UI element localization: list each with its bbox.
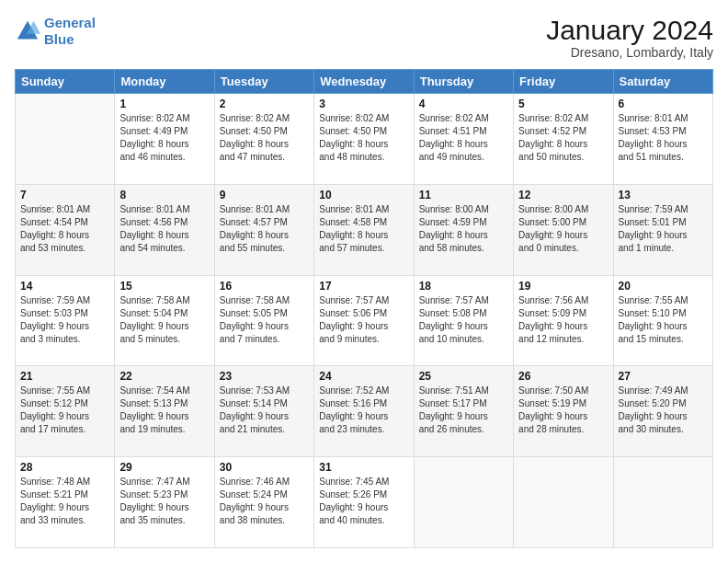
logo-general: General: [44, 15, 96, 30]
calendar-cell: 20Sunrise: 7:55 AMSunset: 5:10 PMDayligh…: [613, 275, 712, 366]
calendar-cell: [16, 94, 115, 185]
calendar-cell: 27Sunrise: 7:49 AMSunset: 5:20 PMDayligh…: [613, 366, 712, 457]
day-number: 26: [518, 370, 608, 383]
day-number: 18: [419, 280, 508, 293]
day-info: Sunrise: 7:53 AMSunset: 5:14 PMDaylight:…: [220, 385, 309, 436]
calendar-cell: 24Sunrise: 7:52 AMSunset: 5:16 PMDayligh…: [314, 366, 414, 457]
calendar-cell: 9Sunrise: 8:01 AMSunset: 4:57 PMDaylight…: [214, 184, 313, 275]
day-number: 21: [20, 370, 109, 383]
day-info: Sunrise: 7:50 AMSunset: 5:19 PMDaylight:…: [518, 385, 608, 436]
day-info: Sunrise: 7:56 AMSunset: 5:09 PMDaylight:…: [518, 294, 608, 346]
day-info: Sunrise: 7:51 AMSunset: 5:17 PMDaylight:…: [419, 385, 508, 436]
day-number: 17: [319, 280, 408, 293]
calendar-cell: 5Sunrise: 8:02 AMSunset: 4:52 PMDaylight…: [514, 94, 613, 185]
day-number: 5: [518, 98, 608, 110]
title-block: January 2024 Dresano, Lombardy, Italy: [546, 15, 713, 60]
day-info: Sunrise: 8:00 AMSunset: 4:59 PMDaylight:…: [419, 203, 508, 255]
day-info: Sunrise: 7:59 AMSunset: 5:03 PMDaylight:…: [20, 294, 109, 346]
logo-icon: [15, 18, 40, 44]
calendar-cell: 28Sunrise: 7:48 AMSunset: 5:21 PMDayligh…: [16, 457, 115, 548]
day-number: 23: [220, 370, 309, 383]
day-number: 9: [220, 189, 309, 201]
day-number: 15: [119, 280, 209, 293]
week-row-4: 21Sunrise: 7:55 AMSunset: 5:12 PMDayligh…: [16, 366, 713, 457]
calendar-cell: 29Sunrise: 7:47 AMSunset: 5:23 PMDayligh…: [115, 457, 214, 548]
calendar-cell: 7Sunrise: 8:01 AMSunset: 4:54 PMDaylight…: [16, 184, 115, 275]
day-info: Sunrise: 7:55 AMSunset: 5:12 PMDaylight:…: [20, 385, 109, 436]
day-number: 31: [319, 461, 408, 474]
calendar-cell: 11Sunrise: 8:00 AMSunset: 4:59 PMDayligh…: [414, 184, 513, 275]
day-number: 10: [319, 189, 408, 201]
day-info: Sunrise: 8:01 AMSunset: 4:54 PMDaylight:…: [20, 203, 109, 255]
day-info: Sunrise: 8:01 AMSunset: 4:57 PMDaylight:…: [220, 203, 309, 255]
day-info: Sunrise: 7:57 AMSunset: 5:06 PMDaylight:…: [319, 294, 408, 346]
day-info: Sunrise: 7:47 AMSunset: 5:23 PMDaylight:…: [119, 476, 209, 527]
calendar-cell: 6Sunrise: 8:01 AMSunset: 4:53 PMDaylight…: [613, 94, 712, 185]
logo-blue: Blue: [44, 31, 74, 47]
day-number: 6: [619, 98, 708, 110]
calendar-cell: 14Sunrise: 7:59 AMSunset: 5:03 PMDayligh…: [16, 275, 115, 366]
day-header-wednesday: Wednesday: [314, 70, 414, 94]
calendar-cell: 1Sunrise: 8:02 AMSunset: 4:49 PMDaylight…: [115, 94, 214, 185]
calendar-cell: 10Sunrise: 8:01 AMSunset: 4:58 PMDayligh…: [314, 184, 414, 275]
calendar-cell: 8Sunrise: 8:01 AMSunset: 4:56 PMDaylight…: [115, 184, 214, 275]
day-number: 19: [518, 280, 608, 293]
day-info: Sunrise: 7:45 AMSunset: 5:26 PMDaylight:…: [319, 476, 408, 527]
day-number: 20: [619, 280, 708, 293]
calendar-cell: 17Sunrise: 7:57 AMSunset: 5:06 PMDayligh…: [314, 275, 414, 366]
week-row-3: 14Sunrise: 7:59 AMSunset: 5:03 PMDayligh…: [16, 275, 713, 366]
day-info: Sunrise: 8:02 AMSunset: 4:51 PMDaylight:…: [419, 112, 508, 164]
logo: General Blue: [15, 15, 96, 48]
day-number: 14: [20, 280, 109, 293]
day-number: 13: [619, 189, 708, 201]
day-number: 7: [20, 189, 109, 201]
day-header-thursday: Thursday: [414, 70, 513, 94]
logo-text: General Blue: [44, 15, 96, 48]
day-header-saturday: Saturday: [613, 70, 712, 94]
calendar-cell: [514, 457, 613, 548]
calendar-header-row: SundayMondayTuesdayWednesdayThursdayFrid…: [16, 70, 713, 94]
day-header-monday: Monday: [115, 70, 214, 94]
day-number: 25: [419, 370, 508, 383]
calendar-cell: 18Sunrise: 7:57 AMSunset: 5:08 PMDayligh…: [414, 275, 513, 366]
day-info: Sunrise: 7:52 AMSunset: 5:16 PMDaylight:…: [319, 385, 408, 436]
calendar-cell: 25Sunrise: 7:51 AMSunset: 5:17 PMDayligh…: [414, 366, 513, 457]
day-number: 22: [119, 370, 209, 383]
day-info: Sunrise: 7:48 AMSunset: 5:21 PMDaylight:…: [20, 476, 109, 527]
day-number: 1: [119, 98, 209, 110]
day-info: Sunrise: 7:58 AMSunset: 5:05 PMDaylight:…: [220, 294, 309, 346]
day-number: 24: [319, 370, 408, 383]
calendar-cell: [414, 457, 513, 548]
day-number: 16: [220, 280, 309, 293]
calendar-cell: 4Sunrise: 8:02 AMSunset: 4:51 PMDaylight…: [414, 94, 513, 185]
week-row-1: 1Sunrise: 8:02 AMSunset: 4:49 PMDaylight…: [16, 94, 713, 185]
day-number: 8: [119, 189, 209, 201]
day-header-sunday: Sunday: [16, 70, 115, 94]
day-number: 28: [20, 461, 109, 474]
day-info: Sunrise: 8:02 AMSunset: 4:52 PMDaylight:…: [518, 112, 608, 164]
day-info: Sunrise: 8:00 AMSunset: 5:00 PMDaylight:…: [518, 203, 608, 255]
main-title: January 2024: [546, 15, 713, 45]
day-info: Sunrise: 8:02 AMSunset: 4:49 PMDaylight:…: [119, 112, 209, 164]
day-info: Sunrise: 8:02 AMSunset: 4:50 PMDaylight:…: [220, 112, 309, 164]
day-info: Sunrise: 7:59 AMSunset: 5:01 PMDaylight:…: [619, 203, 708, 255]
calendar-cell: [613, 457, 712, 548]
day-number: 29: [119, 461, 209, 474]
calendar-cell: 16Sunrise: 7:58 AMSunset: 5:05 PMDayligh…: [214, 275, 313, 366]
week-row-5: 28Sunrise: 7:48 AMSunset: 5:21 PMDayligh…: [16, 457, 713, 548]
day-info: Sunrise: 8:01 AMSunset: 4:53 PMDaylight:…: [619, 112, 708, 164]
calendar-cell: 13Sunrise: 7:59 AMSunset: 5:01 PMDayligh…: [613, 184, 712, 275]
day-number: 27: [619, 370, 708, 383]
header: General Blue January 2024 Dresano, Lomba…: [15, 15, 713, 60]
day-info: Sunrise: 7:55 AMSunset: 5:10 PMDaylight:…: [619, 294, 708, 346]
calendar-cell: 26Sunrise: 7:50 AMSunset: 5:19 PMDayligh…: [514, 366, 613, 457]
day-info: Sunrise: 7:46 AMSunset: 5:24 PMDaylight:…: [220, 476, 309, 527]
day-info: Sunrise: 8:01 AMSunset: 4:56 PMDaylight:…: [119, 203, 209, 255]
calendar-table: SundayMondayTuesdayWednesdayThursdayFrid…: [15, 69, 713, 548]
calendar-cell: 22Sunrise: 7:54 AMSunset: 5:13 PMDayligh…: [115, 366, 214, 457]
day-info: Sunrise: 8:02 AMSunset: 4:50 PMDaylight:…: [319, 112, 408, 164]
day-number: 11: [419, 189, 508, 201]
day-info: Sunrise: 7:58 AMSunset: 5:04 PMDaylight:…: [119, 294, 209, 346]
calendar-cell: 3Sunrise: 8:02 AMSunset: 4:50 PMDaylight…: [314, 94, 414, 185]
calendar-cell: 15Sunrise: 7:58 AMSunset: 5:04 PMDayligh…: [115, 275, 214, 366]
